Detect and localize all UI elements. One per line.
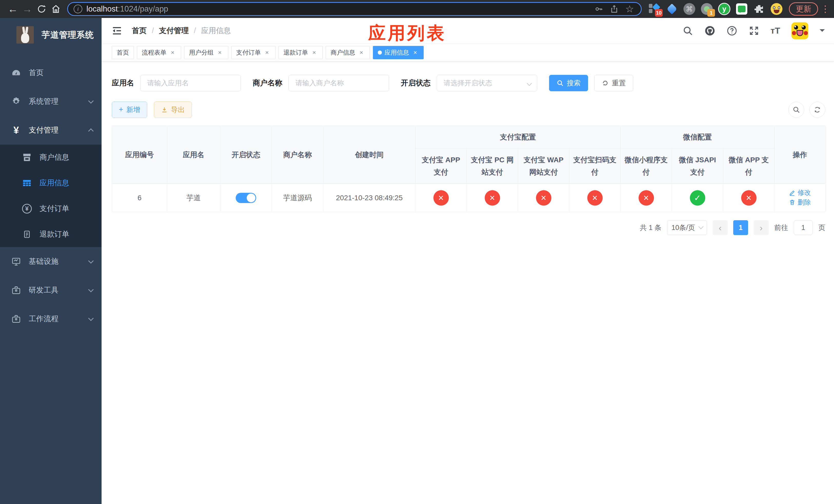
extension-command-icon[interactable] bbox=[683, 2, 696, 16]
profile-avatar-icon[interactable] bbox=[770, 2, 783, 16]
tab-refund-order[interactable]: 退款订单 bbox=[279, 46, 323, 59]
status-select-input[interactable] bbox=[437, 75, 537, 91]
sidebar-collapse-icon[interactable] bbox=[111, 25, 123, 37]
tab-home[interactable]: 首页 bbox=[112, 46, 134, 59]
next-page-button[interactable] bbox=[754, 220, 769, 235]
delete-button[interactable]: 删除 bbox=[789, 198, 811, 207]
cell-wechat-jsapi bbox=[672, 184, 723, 212]
sidebar: 芋道管理系统 首页 系统管理 支付管理 商户信息 bbox=[0, 18, 102, 504]
reset-button[interactable]: 重置 bbox=[594, 75, 633, 91]
github-icon[interactable] bbox=[704, 25, 715, 36]
status-cross-icon bbox=[536, 190, 551, 206]
fullscreen-icon[interactable] bbox=[749, 25, 760, 36]
page-content: 应用名 商户名称 开启状态 搜索 重置 bbox=[102, 75, 834, 235]
col-group-wechat: 微信配置 bbox=[621, 126, 774, 148]
tab-merchant-info[interactable]: 商户信息 bbox=[326, 46, 370, 59]
browser-menu-icon[interactable] bbox=[821, 4, 828, 14]
export-button[interactable]: 导出 bbox=[154, 101, 192, 118]
browser-back-icon[interactable] bbox=[6, 2, 20, 16]
share-icon[interactable] bbox=[609, 3, 620, 15]
pay-circle-icon bbox=[21, 204, 33, 213]
close-icon[interactable] bbox=[358, 49, 365, 56]
add-button[interactable]: 新增 bbox=[112, 101, 147, 118]
address-bar[interactable]: localhost:1024/pay/app bbox=[67, 2, 642, 16]
sidebar-item-infrastructure[interactable]: 基础设施 bbox=[0, 247, 102, 276]
browser-forward-icon[interactable] bbox=[20, 2, 35, 16]
app-name-input[interactable] bbox=[140, 75, 241, 91]
dashboard-icon bbox=[10, 68, 22, 78]
goto-page-input[interactable] bbox=[794, 220, 813, 235]
browser-reload-icon[interactable] bbox=[35, 2, 49, 16]
extension-recorder-icon[interactable]: 1 bbox=[700, 2, 714, 16]
sidebar-item-merchant-info[interactable]: 商户信息 bbox=[0, 144, 102, 170]
toggle-search-button[interactable] bbox=[788, 102, 804, 118]
tab-app-info-active[interactable]: 应用信息 bbox=[373, 46, 424, 59]
browser-toolbar: localhost:1024/pay/app 10 1 更新 bbox=[0, 0, 834, 18]
extension-kite-icon[interactable] bbox=[665, 2, 679, 16]
col-alipay-app: 支付宝 APP 支付 bbox=[415, 148, 467, 184]
extension-y-icon[interactable] bbox=[718, 2, 731, 16]
sidebar-item-app-info[interactable]: 应用信息 bbox=[0, 170, 102, 196]
font-size-icon[interactable] bbox=[771, 26, 780, 36]
sidebar-item-workflow[interactable]: 工作流程 bbox=[0, 304, 102, 333]
chevron-down-icon bbox=[88, 258, 94, 264]
logo-image bbox=[16, 26, 34, 44]
breadcrumb-home[interactable]: 首页 bbox=[132, 26, 147, 36]
extension-chat-icon[interactable] bbox=[735, 2, 748, 16]
shop-icon bbox=[21, 153, 33, 162]
browser-home-icon[interactable] bbox=[49, 2, 63, 16]
sidebar-item-refund-order[interactable]: 退款订单 bbox=[0, 222, 102, 247]
page-1-button[interactable]: 1 bbox=[733, 220, 748, 235]
bookmark-star-icon[interactable] bbox=[624, 3, 635, 15]
extensions-puzzle-icon[interactable] bbox=[752, 2, 766, 16]
search-icon[interactable] bbox=[682, 25, 693, 36]
filter-form: 应用名 商户名称 开启状态 搜索 重置 bbox=[112, 75, 825, 91]
plus-icon bbox=[119, 106, 123, 114]
sidebar-item-system[interactable]: 系统管理 bbox=[0, 87, 102, 116]
col-wechat-mini: 微信小程序支付 bbox=[621, 148, 672, 184]
tags-view-bar: 首页 流程表单 用户分组 支付订单 退款订单 商户信息 应用信息 bbox=[102, 44, 834, 62]
close-icon[interactable] bbox=[412, 49, 419, 56]
close-icon[interactable] bbox=[311, 49, 318, 56]
refresh-button[interactable] bbox=[809, 102, 825, 118]
close-icon[interactable] bbox=[263, 49, 270, 56]
briefcase-icon bbox=[10, 285, 22, 295]
sidebar-item-payment[interactable]: 支付管理 bbox=[0, 116, 102, 144]
merchant-name-input[interactable] bbox=[288, 75, 389, 91]
avatar-dropdown-caret-icon[interactable] bbox=[820, 29, 825, 35]
sidebar-item-home[interactable]: 首页 bbox=[0, 59, 102, 87]
extension-tabs-icon[interactable]: 10 bbox=[648, 2, 661, 16]
password-key-icon[interactable] bbox=[593, 3, 605, 15]
tab-process-form[interactable]: 流程表单 bbox=[137, 46, 181, 59]
prev-page-button[interactable] bbox=[713, 220, 728, 235]
close-icon[interactable] bbox=[216, 49, 223, 56]
app-logo-row[interactable]: 芋道管理系统 bbox=[0, 18, 102, 52]
page-size-select[interactable]: 10条/页 bbox=[667, 220, 707, 235]
breadcrumb-current: 应用信息 bbox=[201, 26, 231, 36]
user-avatar[interactable] bbox=[791, 22, 808, 39]
status-toggle[interactable] bbox=[236, 193, 256, 203]
goto-label: 前往 bbox=[774, 223, 788, 232]
chrome-update-button[interactable]: 更新 bbox=[789, 2, 818, 16]
breadcrumb-payment[interactable]: 支付管理 bbox=[159, 26, 189, 36]
close-icon[interactable] bbox=[169, 49, 176, 56]
chevron-down-icon bbox=[88, 316, 94, 321]
col-wechat-jsapi: 微信 JSAPI 支付 bbox=[672, 148, 723, 184]
cell-created: 2021-10-23 08:49:25 bbox=[323, 184, 415, 212]
cell-merchant: 芋道源码 bbox=[272, 184, 323, 212]
sidebar-item-dev-tools[interactable]: 研发工具 bbox=[0, 276, 102, 304]
status-cross-icon bbox=[587, 190, 603, 206]
search-button[interactable]: 搜索 bbox=[549, 75, 588, 91]
help-icon[interactable] bbox=[727, 25, 737, 36]
site-info-icon[interactable] bbox=[73, 5, 82, 13]
tab-user-group[interactable]: 用户分组 bbox=[184, 46, 228, 59]
status-select[interactable] bbox=[437, 75, 537, 91]
tab-pay-order[interactable]: 支付订单 bbox=[231, 46, 276, 59]
yen-icon bbox=[10, 125, 22, 135]
edit-button[interactable]: 修改 bbox=[789, 188, 811, 197]
sidebar-item-pay-order[interactable]: 支付订单 bbox=[0, 196, 102, 222]
briefcase-icon bbox=[10, 314, 22, 324]
cell-wechat-app bbox=[723, 184, 774, 212]
col-wechat-app: 微信 APP 支付 bbox=[723, 148, 774, 184]
col-created: 创建时间 bbox=[323, 126, 415, 184]
